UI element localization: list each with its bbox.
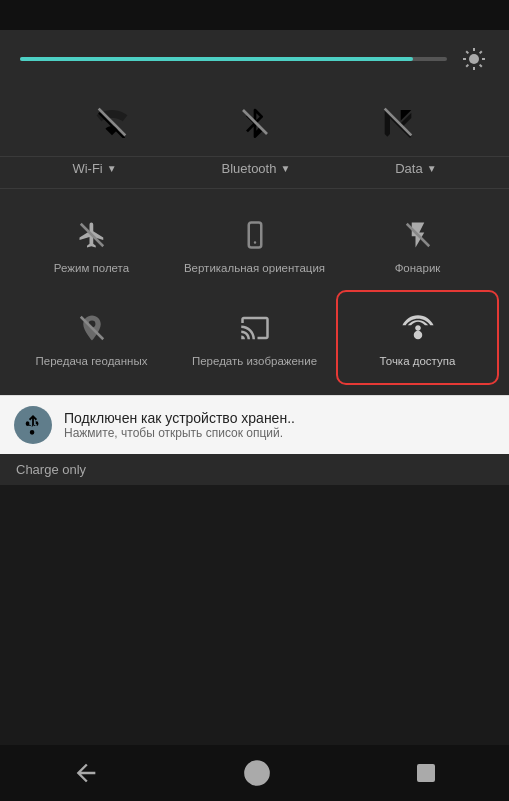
- cast-label: Передать изображение: [192, 354, 317, 369]
- nav-bar: [0, 745, 509, 801]
- notification-text: Подключен как устройство хранен.. Нажмит…: [64, 410, 495, 440]
- data-off-icon: [380, 104, 416, 140]
- flashlight-icon: [396, 213, 440, 257]
- airplane-mode-button[interactable]: Режим полета: [10, 199, 173, 290]
- wifi-label: Wi-Fi: [72, 161, 102, 176]
- toggle-label-row: Wi-Fi ▼ Bluetooth ▼ Data ▼: [0, 157, 509, 189]
- orientation-label: Вертикальная ориентация: [184, 261, 325, 276]
- wifi-label-item[interactable]: Wi-Fi ▼: [72, 161, 116, 176]
- flashlight-button[interactable]: Фонарик: [336, 199, 499, 290]
- bluetooth-off-icon: [237, 104, 273, 140]
- brightness-icon: [459, 44, 489, 74]
- svg-point-17: [245, 761, 268, 784]
- location-off-icon: [70, 306, 114, 350]
- svg-line-8: [466, 65, 468, 67]
- wifi-chevron-icon: ▼: [107, 163, 117, 174]
- svg-point-0: [469, 54, 479, 64]
- wifi-off-icon: [94, 104, 130, 140]
- svg-rect-18: [418, 765, 434, 781]
- back-button[interactable]: [72, 759, 100, 787]
- orientation-icon: [233, 213, 277, 257]
- notification-subtitle: Нажмите, чтобы открыть список опций.: [64, 426, 495, 440]
- brightness-slider[interactable]: [20, 57, 447, 61]
- location-button[interactable]: Передача геоданных: [10, 290, 173, 385]
- bluetooth-chevron-icon: ▼: [280, 163, 290, 174]
- hotspot-label: Точка доступа: [380, 354, 456, 369]
- cast-icon: [233, 306, 277, 350]
- bluetooth-label: Bluetooth: [222, 161, 277, 176]
- brightness-row: [0, 30, 509, 88]
- airplane-label: Режим полета: [54, 261, 129, 276]
- quick-settings-grid: Режим полета Вертикальная ориентация Фон…: [0, 189, 509, 395]
- svg-point-14: [253, 241, 256, 244]
- charge-text: Charge only: [16, 462, 86, 477]
- bluetooth-label-item[interactable]: Bluetooth ▼: [222, 161, 291, 176]
- airplane-icon: [70, 213, 114, 257]
- svg-line-5: [466, 51, 468, 53]
- location-label: Передача геоданных: [36, 354, 148, 369]
- usb-icon-circle: [14, 406, 52, 444]
- data-label-item[interactable]: Data ▼: [395, 161, 436, 176]
- recents-button[interactable]: [414, 761, 438, 785]
- cast-button[interactable]: Передать изображение: [173, 290, 336, 385]
- charge-bar: Charge only: [0, 454, 509, 485]
- brightness-track: [20, 57, 413, 61]
- bluetooth-toggle-button[interactable]: [237, 104, 273, 140]
- data-chevron-icon: ▼: [427, 163, 437, 174]
- flashlight-label: Фонарик: [395, 261, 441, 276]
- notification-title: Подключен как устройство хранен..: [64, 410, 495, 426]
- data-label: Data: [395, 161, 422, 176]
- quick-toggles-top: [0, 88, 509, 157]
- data-toggle-button[interactable]: [380, 104, 416, 140]
- orientation-button[interactable]: Вертикальная ориентация: [173, 199, 336, 290]
- hotspot-icon: [396, 306, 440, 350]
- svg-line-7: [480, 51, 482, 53]
- hotspot-button[interactable]: Точка доступа: [336, 290, 499, 385]
- svg-line-6: [480, 65, 482, 67]
- wifi-toggle-button[interactable]: [94, 104, 130, 140]
- home-button[interactable]: [243, 759, 271, 787]
- status-bar: [0, 0, 509, 30]
- notification-bar[interactable]: Подключен как устройство хранен.. Нажмит…: [0, 395, 509, 454]
